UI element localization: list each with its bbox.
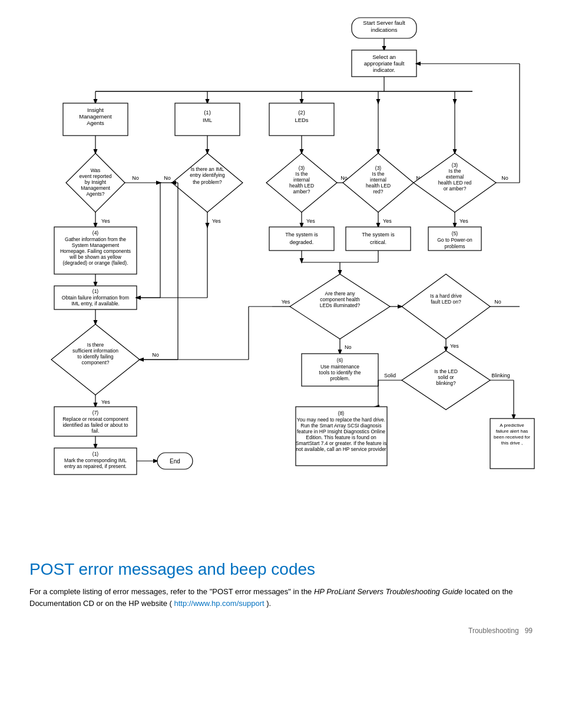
svg-text:Is the LED: Is the LED <box>434 368 458 374</box>
footer-label: Troubleshooting <box>468 627 519 635</box>
svg-text:Select an: Select an <box>372 54 396 60</box>
svg-text:the problem?: the problem? <box>193 179 222 185</box>
svg-text:health LED: health LED <box>366 183 391 189</box>
svg-text:Go to Power-on: Go to Power-on <box>437 237 472 243</box>
svg-text:problem.: problem. <box>330 375 349 381</box>
svg-marker-150 <box>402 274 490 339</box>
post-link[interactable]: http://www.hp.com/support <box>174 599 264 608</box>
svg-text:A predictive: A predictive <box>500 423 524 428</box>
svg-text:Yes: Yes <box>101 218 110 224</box>
svg-text:Yes: Yes <box>450 343 459 349</box>
svg-text:Insight: Insight <box>87 107 104 113</box>
svg-text:(degraded) or orange (failed).: (degraded) or orange (failed). <box>62 260 128 266</box>
svg-text:internal: internal <box>293 177 310 183</box>
svg-text:red?: red? <box>373 189 383 195</box>
svg-text:Homepage. Failing components: Homepage. Failing components <box>60 248 131 254</box>
svg-text:Yes: Yes <box>101 399 110 405</box>
svg-text:(3): (3) <box>452 162 458 168</box>
post-body-italic: HP ProLiant Servers Troubleshooting Guid… <box>314 587 462 596</box>
svg-text:degraded.: degraded. <box>290 239 314 245</box>
svg-text:not available, call an HP serv: not available, call an HP service provid… <box>296 446 386 452</box>
svg-text:(4): (4) <box>92 230 99 236</box>
svg-text:health LED red: health LED red <box>438 180 472 186</box>
svg-text:health LED: health LED <box>289 183 314 189</box>
svg-text:Are there any: Are there any <box>325 291 355 297</box>
svg-text:entry identifying: entry identifying <box>190 172 225 178</box>
post-title: POST error messages and beep codes <box>29 560 533 579</box>
svg-text:tools to identify the: tools to identify the <box>319 370 361 375</box>
svg-text:(8): (8) <box>338 410 345 416</box>
svg-text:(2): (2) <box>298 109 305 116</box>
svg-text:Was: Was <box>91 167 101 173</box>
svg-text:Gather information from the: Gather information from the <box>65 236 126 242</box>
svg-text:this drive ,: this drive , <box>501 440 523 446</box>
svg-text:No: No <box>501 175 508 181</box>
svg-text:to identify failing: to identify failing <box>78 354 114 360</box>
svg-text:Start Server fault: Start Server fault <box>363 19 405 26</box>
svg-text:sufficient information: sufficient information <box>72 348 118 354</box>
svg-text:appropriate fault: appropriate fault <box>364 60 405 67</box>
svg-text:Yes: Yes <box>212 218 221 224</box>
svg-text:or amber?: or amber? <box>444 186 467 192</box>
svg-text:No: No <box>345 344 352 350</box>
svg-text:solid or: solid or <box>438 374 454 380</box>
svg-text:Run the Smart Array SCSI diagn: Run the Smart Array SCSI diagnosis <box>300 423 381 429</box>
svg-text:external: external <box>446 174 464 180</box>
page-footer: Troubleshooting 99 <box>24 627 538 635</box>
svg-text:Agents?: Agents? <box>86 191 104 197</box>
svg-text:Is a hard drive: Is a hard drive <box>430 293 462 299</box>
svg-text:LEDs: LEDs <box>295 117 308 123</box>
svg-text:by Insight: by Insight <box>85 179 107 185</box>
svg-text:will be shown as yellow: will be shown as yellow <box>69 254 122 260</box>
svg-text:fail.: fail. <box>91 428 99 434</box>
svg-text:Yes: Yes <box>306 218 315 224</box>
svg-text:IML entry, if available.: IML entry, if available. <box>71 301 120 307</box>
svg-text:(7): (7) <box>92 410 99 416</box>
svg-text:Mark the corresponding IML: Mark the corresponding IML <box>64 457 127 463</box>
post-body-text1: For a complete listing of error messages… <box>29 587 314 596</box>
svg-text:event reported: event reported <box>80 173 112 179</box>
svg-text:System Management: System Management <box>72 242 120 248</box>
post-section: POST error messages and beep codes For a… <box>24 560 538 609</box>
svg-text:fault LED on?: fault LED on? <box>431 299 461 305</box>
svg-text:entry as repaired, if present.: entry as repaired, if present. <box>64 463 127 469</box>
post-body: For a complete listing of error messages… <box>29 586 533 609</box>
svg-text:The system is: The system is <box>285 232 318 238</box>
svg-text:Is the: Is the <box>372 171 385 177</box>
svg-text:The system is: The system is <box>362 232 395 238</box>
flowchart-area: Start Server fault indications Select an… <box>25 12 537 554</box>
svg-text:(6): (6) <box>337 357 343 363</box>
svg-text:SmartStart 7.4 or greater. If : SmartStart 7.4 or greater. If the featur… <box>296 440 387 446</box>
footer-page: 99 <box>525 627 533 635</box>
svg-text:(3): (3) <box>299 165 305 171</box>
svg-text:feature in HP Insight Diagnost: feature in HP Insight Diagnostics Online <box>297 429 385 434</box>
svg-text:Obtain failure information fro: Obtain failure information from <box>62 295 129 301</box>
svg-text:End: End <box>170 458 180 465</box>
svg-text:component?: component? <box>82 360 110 365</box>
svg-text:Is there: Is there <box>87 342 104 348</box>
svg-text:Is there an IML: Is there an IML <box>191 166 224 172</box>
svg-text:(1): (1) <box>92 451 99 457</box>
svg-text:blinking?: blinking? <box>436 380 456 386</box>
svg-text:(3): (3) <box>375 165 382 171</box>
svg-text:Management: Management <box>81 185 110 191</box>
svg-text:No: No <box>132 175 139 181</box>
svg-text:critical.: critical. <box>370 239 386 245</box>
post-body-text3: ). <box>266 599 271 608</box>
page-container: Start Server fault indications Select an… <box>0 0 562 658</box>
svg-text:Yes: Yes <box>282 299 290 305</box>
svg-text:Is the: Is the <box>296 171 308 177</box>
svg-text:indications: indications <box>371 27 398 33</box>
svg-text:Is the: Is the <box>449 168 461 174</box>
svg-text:LEDs illuminated?: LEDs illuminated? <box>320 302 361 308</box>
svg-text:amber?: amber? <box>293 189 310 195</box>
svg-text:Yes: Yes <box>459 218 468 224</box>
svg-text:indicator.: indicator. <box>373 67 395 73</box>
svg-text:internal: internal <box>370 177 386 183</box>
svg-text:You may need to replace the ha: You may need to replace the hard drive. <box>297 417 385 423</box>
svg-text:identified as failed or about : identified as failed or about to <box>62 422 128 428</box>
svg-text:problems: problems <box>445 243 465 249</box>
svg-text:been received for: been received for <box>494 434 530 440</box>
svg-rect-120 <box>269 227 334 251</box>
svg-text:IML: IML <box>203 117 212 123</box>
